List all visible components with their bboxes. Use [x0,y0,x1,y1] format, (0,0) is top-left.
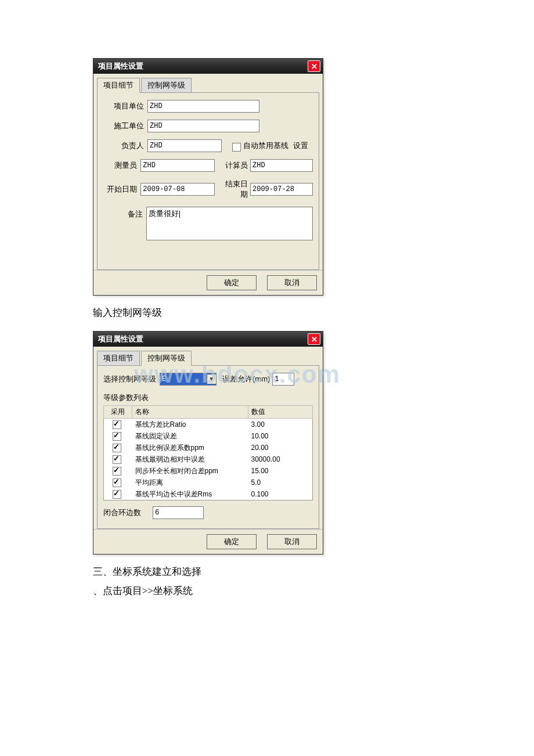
titlebar: 项目属性设置 ✕ [93,59,323,74]
label-auto-disable-baseline: 自动禁用基线 [243,141,288,151]
label-loop-edges: 闭合环边数 [103,507,153,518]
param-name: 同步环全长相对闭合差ppm [132,465,248,477]
dialog-footer: 确定 取消 [93,270,323,295]
param-name: 基线最弱边相对中误差 [132,453,248,465]
ok-button[interactable]: 确定 [207,275,257,290]
table-row: 基线固定误差10.00 [104,430,313,442]
checkbox-param-use[interactable] [113,478,121,487]
cancel-button[interactable]: 取消 [267,275,317,290]
col-header-value: 数值 [248,406,313,419]
project-properties-dialog-2: www.bdocx.com 项目属性设置 ✕ 项目细节 控制网等级 选择控制网等… [93,331,323,555]
checkbox-param-use[interactable] [113,490,121,499]
settings-link[interactable]: 设置 [293,141,308,151]
step-text: 、点击项目>>坐标系统 [93,584,499,597]
label-surveyor: 测量员 [103,160,140,171]
table-row: 同步环全长相对闭合差ppm15.00 [104,465,313,477]
param-value: 20.00 [248,442,313,453]
input-calculator[interactable] [250,159,313,172]
close-icon[interactable]: ✕ [308,60,320,72]
input-construction-unit[interactable] [147,120,259,132]
tab-control-level[interactable]: 控制网等级 [141,78,192,93]
param-value: 0.100 [248,488,313,501]
input-loop-edges[interactable] [153,506,204,519]
param-name: 基线固定误差 [132,430,248,442]
tab-strip: 项目细节 控制网等级 [93,347,323,365]
params-table: 采用 名称 数值 基线方差比Ratio3.00基线固定误差10.00基线比例误差… [103,405,313,501]
tab-details[interactable]: 项目细节 [97,78,140,93]
table-row: 基线比例误差系数ppm20.00 [104,442,313,453]
input-remark[interactable] [146,207,313,240]
param-name: 平均距离 [132,477,248,488]
input-end-date[interactable] [250,183,313,196]
table-row: 基线最弱边相对中误差30000.00 [104,453,313,465]
label-end-date: 结束日期 [223,179,250,200]
tab-panel-level: 选择控制网等级 E ▼ 误差允许(mm) 等级参数列表 采用 名称 数值 [97,365,319,529]
project-properties-dialog-1: 项目属性设置 ✕ 项目细节 控制网等级 项目单位 施工单位 负责人 自动禁用基线 [93,58,323,296]
label-remark: 备注 [103,207,146,219]
dialog-title: 项目属性设置 [98,61,143,71]
label-start-date: 开始日期 [103,184,140,195]
table-row: 平均距离5.0 [104,477,313,488]
instruction-text-1: 输入控制网等级 [93,306,499,319]
section-heading-3: 三、坐标系统建立和选择 [93,565,499,578]
dialog-footer: 确定 取消 [93,529,323,554]
input-surveyor[interactable] [140,159,215,172]
label-project-unit: 项目单位 [103,101,147,111]
label-tolerance: 误差允许(mm) [222,374,270,384]
ok-button[interactable]: 确定 [207,534,257,549]
input-tolerance[interactable] [272,373,294,386]
label-construction-unit: 施工单位 [103,121,147,131]
titlebar: 项目属性设置 ✕ [93,332,323,347]
tab-details[interactable]: 项目细节 [97,351,140,366]
label-calculator: 计算员 [223,160,250,171]
param-value: 5.0 [248,477,313,488]
select-control-level[interactable]: E ▼ [160,373,217,386]
table-row: 基线方差比Ratio3.00 [104,419,313,431]
input-start-date[interactable] [140,183,215,196]
chevron-down-icon: ▼ [207,375,216,384]
table-row: 基线平均边长中误差Rms0.100 [104,488,313,501]
col-header-use: 采用 [104,406,132,419]
select-control-level-value: E [162,375,166,383]
checkbox-param-use[interactable] [113,455,121,464]
input-supervisor[interactable] [147,139,222,152]
tab-strip: 项目细节 控制网等级 [93,74,323,92]
checkbox-param-use[interactable] [113,432,121,441]
dialog-title: 项目属性设置 [98,334,143,344]
tab-panel-details: 项目单位 施工单位 负责人 自动禁用基线 设置 测量员 计算员 [97,92,319,270]
checkbox-param-use[interactable] [113,420,121,429]
checkbox-auto-disable-baseline[interactable] [232,143,241,152]
param-name: 基线比例误差系数ppm [132,442,248,453]
param-value: 3.00 [248,419,313,431]
input-project-unit[interactable] [147,100,259,113]
checkbox-param-use[interactable] [113,444,121,452]
col-header-name: 名称 [132,406,248,419]
param-name: 基线平均边长中误差Rms [132,488,248,501]
close-icon[interactable]: ✕ [308,333,320,345]
param-value: 30000.00 [248,453,313,465]
label-select-level: 选择控制网等级 [103,374,160,384]
label-params-header: 等级参数列表 [103,393,313,403]
param-value: 10.00 [248,430,313,442]
param-value: 15.00 [248,465,313,477]
label-supervisor: 负责人 [103,141,147,151]
tab-control-level[interactable]: 控制网等级 [141,351,192,366]
param-name: 基线方差比Ratio [132,419,248,431]
cancel-button[interactable]: 取消 [267,534,317,549]
checkbox-param-use[interactable] [113,467,121,476]
